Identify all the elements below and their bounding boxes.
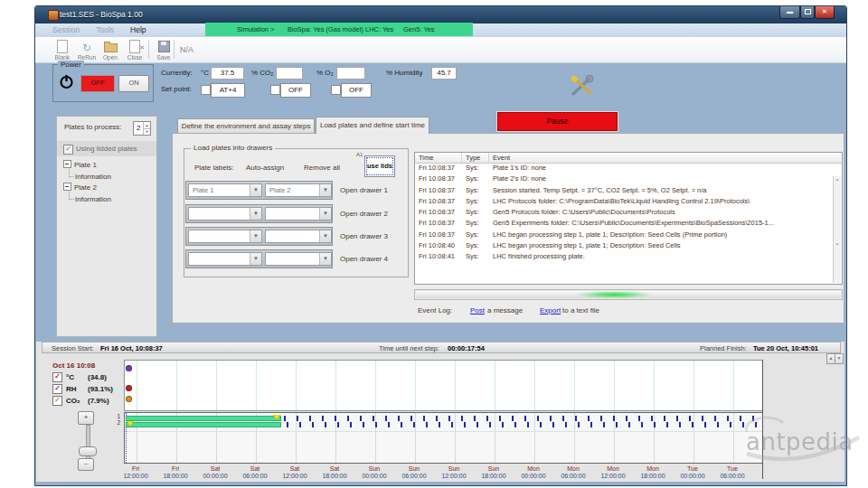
log-row[interactable]: Fri 10:08:37Sys:LHC began processing ste… — [415, 230, 842, 241]
tree-node-plate[interactable]: Plate 2 — [63, 183, 155, 194]
log-row[interactable]: Fri 10:08:41Sys:LHC finished processing … — [415, 252, 842, 263]
plate-slot-dropdown[interactable]: ▼ — [188, 252, 262, 266]
use-lids-button[interactable]: use lids — [364, 155, 395, 177]
tree-node-plate[interactable]: Plate 1 — [63, 160, 155, 172]
log-row[interactable]: Fri 10:08:37Sys:Gen5 Experiments folder:… — [415, 219, 842, 230]
auto-assign-link[interactable]: Auto-assign — [246, 164, 284, 172]
maximize-button[interactable] — [800, 6, 815, 19]
schedule-tick — [537, 416, 539, 421]
power-label: Power — [58, 61, 84, 69]
log-column-header: Event — [489, 153, 842, 163]
temp-setpoint-button[interactable]: AT+4 — [211, 83, 245, 98]
log-cell: Fri 10:08:40 — [415, 241, 462, 252]
plate-slot-dropdown[interactable]: ▼ — [188, 207, 262, 221]
log-row[interactable]: Fri 10:08:40Sys:LHC began processing ste… — [415, 241, 842, 252]
log-cell: Fri 10:08:37 — [415, 164, 462, 174]
pause-button[interactable]: Pause — [497, 112, 618, 131]
app-icon — [48, 10, 59, 21]
co2-setpoint-button[interactable]: OFF — [280, 83, 311, 98]
schedule-tick — [398, 416, 400, 421]
menu-item-session[interactable]: Session — [44, 23, 88, 34]
save-button[interactable]: Save — [152, 39, 175, 61]
remove-all-link[interactable]: Remove all — [304, 164, 340, 172]
log-cell: Sys: — [462, 219, 489, 230]
tree-node-information[interactable]: Information — [63, 194, 155, 206]
close-x-icon: ✕ — [139, 44, 145, 52]
log-cell: LHC Protocols folder: C:\ProgramData\Bio… — [489, 197, 842, 208]
export-link[interactable]: Export — [540, 306, 561, 314]
minimize-button[interactable]: ▬ — [779, 6, 800, 19]
log-column-header: Time — [415, 153, 462, 163]
tab-define-environment[interactable]: Define the environment and assay steps — [177, 118, 315, 134]
plate-slot-dropdown[interactable]: ▼ — [265, 252, 332, 266]
log-row[interactable]: Fri 10:08:37Sys:LHC Protocols folder: C:… — [415, 197, 842, 208]
title-bar: test1.SES - BioSpa 1.00 ▬ ✕ — [35, 6, 846, 23]
plot-scroll-down-button[interactable]: ▼ — [835, 353, 844, 364]
plate-slot-dropdown[interactable]: ▼ — [265, 230, 332, 243]
gridline — [733, 361, 734, 410]
tree-node-information[interactable]: Information — [63, 172, 155, 183]
event-log-horizontal-scrollbar[interactable] — [414, 289, 843, 300]
spinner-up-icon[interactable]: ▲ — [143, 122, 150, 128]
co2-setpoint-checkbox[interactable] — [270, 85, 280, 95]
collapse-icon[interactable] — [63, 183, 71, 191]
plate-slot-dropdown[interactable]: ▼ — [265, 207, 332, 221]
event-log-header: TimeTypeEvent — [414, 152, 843, 164]
legend-series-value: (34.8) — [88, 373, 107, 381]
o2-setpoint-checkbox[interactable] — [331, 85, 341, 95]
gridline — [137, 361, 137, 410]
temp-setpoint-checkbox[interactable] — [201, 85, 211, 95]
o2-setpoint-button[interactable]: OFF — [341, 83, 372, 98]
log-row[interactable]: Fri 10:08:37Sys:Session started. Temp Se… — [415, 186, 842, 197]
open-drawer-link[interactable]: Open drawer 3 — [340, 232, 388, 240]
plate-marker-icon — [273, 415, 280, 420]
log-cell: Sys: — [462, 197, 489, 208]
open-drawer-link[interactable]: Open drawer 4 — [340, 255, 388, 263]
collapse-icon[interactable] — [63, 160, 71, 168]
menu-item-help[interactable]: Help — [122, 23, 154, 34]
status-segment[interactable]: Simulation > — [237, 25, 274, 33]
open-drawer-link[interactable]: Open drawer 2 — [340, 210, 388, 218]
temp-current-field[interactable]: 37.5 — [211, 67, 244, 80]
close-button[interactable]: ✕ — [815, 6, 835, 19]
plate-slot-dropdown[interactable]: Plate 2▼ — [265, 183, 332, 197]
plate-slot-dropdown[interactable]: ▼ — [188, 230, 262, 243]
legend-checkbox[interactable]: ✓ — [52, 384, 62, 394]
plates-count-spinner[interactable]: 2 ▲ ▼ — [133, 121, 151, 136]
timeline-zoom-in-button[interactable]: + — [78, 411, 94, 425]
open-drawer-link[interactable]: Open drawer 1 — [340, 186, 388, 194]
legend-series-name: CO₂ — [66, 397, 88, 405]
legend-checkbox[interactable]: ✓ — [52, 396, 62, 406]
log-column-header: Type — [462, 153, 489, 163]
event-log-vertical-scrollbar[interactable]: ▴▾ — [833, 176, 841, 283]
schedule-tick — [752, 416, 754, 421]
schedule-tick — [423, 416, 425, 421]
lidded-plates-checkbox[interactable]: ✓ — [63, 145, 73, 155]
spinner-down-icon[interactable]: ▼ — [143, 128, 150, 135]
log-row[interactable]: Fri 10:08:37Sys:Gen5 Protocols folder: C… — [415, 208, 842, 219]
axis-tick-label: Fri12:00:00 — [116, 465, 156, 480]
export-rest: to a text file — [562, 306, 599, 314]
log-row[interactable]: Fri 10:08:37Sys:Plate 1's ID: none — [415, 164, 842, 174]
plate-slot-dropdown[interactable]: Plate 1▼ — [188, 183, 262, 197]
schedule-tick — [299, 422, 301, 427]
post-message-link[interactable]: Post — [470, 306, 485, 314]
drawer-row: ▼▼ — [185, 249, 333, 268]
gridline — [534, 413, 535, 463]
legend-checkbox[interactable]: ✓ — [52, 372, 62, 382]
tab-load-plates[interactable]: Load plates and define start time — [316, 117, 429, 134]
close-session-button[interactable]: ✕Close — [123, 39, 146, 61]
time-axis: Fri12:00:00Fri18:00:00Sat00:00:00Sat06:0… — [124, 465, 763, 483]
legend-series-value: (7.9%) — [88, 397, 109, 405]
timeline-zoom-thumb[interactable] — [79, 446, 97, 456]
power-off-button[interactable]: OFF — [80, 75, 115, 92]
timeline-zoom-out-button[interactable]: − — [78, 458, 94, 471]
co2-current-field[interactable] — [276, 67, 303, 80]
log-row[interactable]: Fri 10:08:37Sys:Plate 2's ID: none — [415, 174, 842, 185]
menu-item-tools[interactable]: Tools — [88, 23, 122, 34]
power-on-button[interactable]: ON — [118, 75, 149, 92]
humidity-current-field[interactable]: 45.7 — [431, 67, 457, 80]
load-plates-group-label: Load plates into drawers — [191, 144, 275, 152]
environment-plot — [124, 360, 763, 411]
o2-current-field[interactable] — [336, 67, 365, 80]
